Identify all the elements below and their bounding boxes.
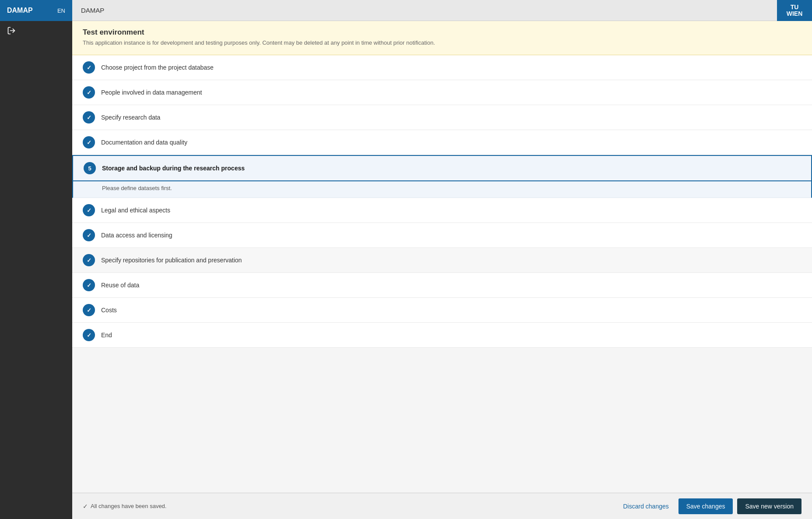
topbar: DAMAP [72,0,812,21]
step-icon-9 [83,279,95,291]
step-label-8: Specify repositories for publication and… [101,257,242,264]
save-changes-button[interactable]: Save changes [678,498,733,514]
step-icon-2 [83,86,95,99]
step-label-9: Reuse of data [101,282,139,289]
step-label-6: Legal and ethical aspects [101,207,170,214]
step-item-7[interactable]: Data access and licensing [72,223,812,248]
step-label-7: Data access and licensing [101,232,172,239]
step-icon-5: 5 [84,162,96,174]
step-label-11: End [101,332,112,339]
step-label-10: Costs [101,307,117,314]
step-item-3[interactable]: Specify research data [72,105,812,130]
step-label-1: Choose project from the project database [101,64,214,71]
step-label-5: Storage and backup during the research p… [102,165,245,172]
save-new-version-button[interactable]: Save new version [737,498,801,514]
step-item-2[interactable]: People involved in data management [72,80,812,105]
sidebar-header: DAMAP EN [0,0,72,21]
step-item-6[interactable]: Legal and ethical aspects [72,198,812,223]
logout-icon[interactable] [7,26,16,35]
step-icon-11 [83,329,95,341]
step-item-5[interactable]: 5Storage and backup during the research … [72,155,812,181]
step-label-2: People involved in data management [101,89,202,96]
step-icon-8 [83,254,95,266]
sidebar-body [0,21,72,519]
step-item-8[interactable]: Specify repositories for publication and… [72,248,812,273]
step-icon-6 [83,204,95,216]
sidebar-title: DAMAP [7,7,33,14]
footer-bar: ✓ All changes have been saved. Discard c… [72,493,812,519]
step-label-3: Specify research data [101,114,160,121]
tu-wien-logo: TU WIEN [777,0,812,21]
test-banner-description: This application instance is for develop… [83,39,801,46]
step-item-10[interactable]: Costs [72,298,812,323]
topbar-title: DAMAP [81,7,104,14]
step-item-1[interactable]: Choose project from the project database [72,55,812,80]
sidebar-lang: EN [57,7,65,14]
sidebar: DAMAP EN [0,0,72,519]
discard-changes-button[interactable]: Discard changes [618,499,674,513]
check-icon: ✓ [83,503,88,510]
footer-actions: Discard changes Save changes Save new ve… [618,498,801,514]
content-area: Test environment This application instan… [72,21,812,493]
footer-status: ✓ All changes have been saved. [83,503,618,510]
logo-text: TU WIEN [787,4,803,18]
step-icon-7 [83,229,95,241]
step-icon-10 [83,304,95,316]
step-submessage-5: Please define datasets first. [72,181,812,198]
step-icon-3 [83,111,95,124]
test-environment-banner: Test environment This application instan… [72,21,812,55]
main-content: DAMAP Test environment This application … [72,0,812,519]
test-banner-title: Test environment [83,28,801,37]
step-icon-4 [83,136,95,148]
step-icon-1 [83,61,95,74]
step-item-9[interactable]: Reuse of data [72,273,812,298]
footer-status-text: All changes have been saved. [91,503,166,509]
step-item-11[interactable]: End [72,323,812,348]
step-label-4: Documentation and data quality [101,139,187,146]
steps-list: Choose project from the project database… [72,55,812,348]
step-item-4[interactable]: Documentation and data quality [72,130,812,155]
